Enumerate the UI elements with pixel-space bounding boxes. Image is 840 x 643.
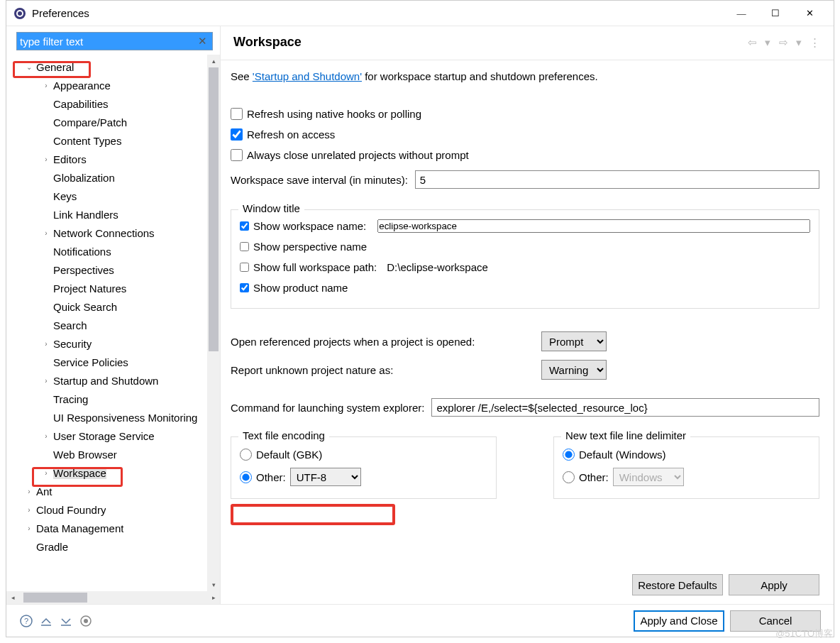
tree-item-project-natures[interactable]: Project Natures — [12, 279, 207, 297]
export-icon[interactable] — [59, 614, 73, 628]
horizontal-scrollbar[interactable]: ◂ ▸ — [6, 591, 220, 604]
tree-item-label: Compare/Patch — [53, 116, 127, 128]
delimiter-other-select[interactable]: Windows — [613, 468, 684, 486]
tree-item-appearance[interactable]: ›Appearance — [12, 76, 207, 94]
tree-item-gradle[interactable]: Gradle — [12, 537, 207, 556]
show-perspective-checkbox[interactable]: Show perspective name — [240, 236, 810, 257]
show-product-checkbox[interactable]: Show product name — [240, 277, 810, 298]
tree-item-label: Perspectives — [53, 264, 114, 276]
chevron-right-icon: › — [23, 504, 35, 515]
tree-item-startup-and-shutdown[interactable]: ›Startup and Shutdown — [12, 371, 207, 390]
back-menu-icon[interactable]: ▾ — [761, 36, 774, 49]
tree-item-compare-patch[interactable]: Compare/Patch — [12, 113, 207, 131]
minimize-button[interactable]: — — [724, 1, 758, 26]
tree-item-cloud-foundry[interactable]: ›Cloud Foundry — [12, 500, 207, 519]
encoding-other-select[interactable]: UTF-8 — [290, 468, 361, 486]
show-ws-name-checkbox[interactable]: Show workspace name: — [240, 216, 810, 236]
tree-item-quick-search[interactable]: Quick Search — [12, 297, 207, 316]
chevron-right-icon — [40, 172, 52, 183]
encoding-other-radio[interactable] — [240, 471, 252, 483]
close-button[interactable]: ✕ — [792, 1, 827, 26]
tree-item-data-management[interactable]: ›Data Management — [12, 519, 207, 537]
filter-input[interactable] — [16, 32, 213, 50]
chevron-right-icon — [40, 209, 52, 220]
back-icon[interactable]: ⇦ — [746, 36, 758, 49]
preferences-tree[interactable]: ⌄General›AppearanceCapabilitiesCompare/P… — [6, 55, 207, 591]
report-nature-row: Report unknown project nature as: Warnin… — [231, 357, 819, 383]
content-header: Workspace ⇦ ▾ ⇨ ▾ ⋮ — [221, 26, 834, 60]
chevron-right-icon: › — [40, 227, 52, 238]
tree-item-network-connections[interactable]: ›Network Connections — [12, 224, 207, 242]
refresh-hooks-checkbox[interactable]: Refresh using native hooks or polling — [231, 104, 819, 124]
chevron-right-icon — [40, 282, 52, 294]
save-interval-input[interactable] — [415, 170, 819, 189]
report-nature-select[interactable]: Warning — [541, 360, 607, 380]
scroll-down-icon[interactable]: ▾ — [207, 578, 220, 591]
sidebar: ✕ ⌄General›AppearanceCapabilitiesCompare… — [6, 26, 221, 604]
forward-icon[interactable]: ⇨ — [777, 36, 790, 49]
tree-item-keys[interactable]: Keys — [12, 187, 207, 205]
encoding-group: Text file encoding Default (GBK) Other: … — [231, 436, 497, 499]
import-icon[interactable] — [39, 614, 53, 628]
chevron-right-icon — [40, 264, 52, 275]
restore-defaults-button[interactable]: Restore Defaults — [632, 574, 723, 595]
scroll-left-icon[interactable]: ◂ — [6, 591, 19, 604]
scroll-right-icon[interactable]: ▸ — [207, 591, 220, 604]
tree-item-workspace[interactable]: ›Workspace — [12, 463, 207, 482]
apply-button[interactable]: Apply — [729, 574, 819, 595]
tree-item-general[interactable]: ⌄General — [12, 57, 207, 76]
delimiter-group: New text file line delimiter Default (Wi… — [553, 436, 819, 499]
scrollbar-thumb[interactable] — [209, 67, 219, 351]
tree-item-security[interactable]: ›Security — [12, 334, 207, 353]
tree-item-label: Cloud Foundry — [36, 504, 106, 516]
open-referenced-row: Open referenced projects when a project … — [231, 329, 819, 354]
close-unrelated-checkbox[interactable]: Always close unrelated projects without … — [231, 145, 819, 165]
scroll-up-icon[interactable]: ▴ — [207, 55, 220, 67]
tree-item-content-types[interactable]: Content Types — [12, 131, 207, 150]
tree-item-web-browser[interactable]: Web Browser — [12, 445, 207, 463]
delimiter-default-radio[interactable] — [563, 449, 575, 461]
chevron-right-icon — [40, 356, 52, 368]
tree-item-tracing[interactable]: Tracing — [12, 390, 207, 408]
startup-shutdown-link[interactable]: 'Startup and Shutdown' — [253, 70, 362, 82]
tree-item-label: Search — [53, 319, 87, 331]
maximize-button[interactable]: ☐ — [758, 1, 792, 26]
hscrollbar-thumb[interactable] — [23, 593, 87, 603]
tree-item-service-policies[interactable]: Service Policies — [12, 353, 207, 371]
chevron-right-icon: › — [23, 485, 35, 497]
chevron-right-icon — [40, 116, 52, 128]
help-icon[interactable]: ? — [19, 614, 33, 628]
tree-item-capabilities[interactable]: Capabilities — [12, 94, 207, 113]
chevron-right-icon — [23, 541, 35, 552]
tree-item-label: Globalization — [53, 172, 115, 184]
vertical-scrollbar[interactable]: ▴ ▾ — [207, 55, 220, 591]
tree-item-perspectives[interactable]: Perspectives — [12, 260, 207, 279]
tree-item-ui-responsiveness-monitoring[interactable]: UI Responsiveness Monitoring — [12, 408, 207, 427]
open-referenced-select[interactable]: Prompt — [541, 331, 607, 351]
tree-item-label: Appearance — [53, 79, 111, 92]
forward-menu-icon[interactable]: ▾ — [792, 36, 805, 49]
view-menu-icon[interactable]: ⋮ — [808, 36, 821, 49]
titlebar: Preferences — ☐ ✕ — [6, 1, 834, 26]
delimiter-other-radio[interactable] — [563, 471, 575, 483]
apply-and-close-button[interactable]: Apply and Close — [634, 610, 724, 632]
tree-item-ant[interactable]: ›Ant — [12, 482, 207, 500]
oomph-icon[interactable] — [79, 614, 93, 628]
explorer-input[interactable] — [431, 398, 819, 417]
chevron-right-icon — [40, 190, 52, 202]
tree-item-link-handlers[interactable]: Link Handlers — [12, 205, 207, 224]
tree-item-search[interactable]: Search — [12, 316, 207, 334]
tree-item-user-storage-service[interactable]: ›User Storage Service — [12, 427, 207, 445]
chevron-right-icon: › — [40, 79, 52, 91]
refresh-access-checkbox[interactable]: Refresh on access — [231, 124, 819, 145]
cancel-button[interactable]: Cancel — [730, 610, 821, 632]
encoding-default-radio[interactable] — [240, 449, 252, 461]
ws-name-input[interactable] — [377, 219, 810, 233]
chevron-right-icon: › — [40, 375, 52, 386]
clear-filter-icon[interactable]: ✕ — [196, 35, 209, 48]
tree-item-notifications[interactable]: Notifications — [12, 242, 207, 260]
tree-item-label: Gradle — [36, 541, 68, 553]
tree-item-globalization[interactable]: Globalization — [12, 168, 207, 187]
tree-item-editors[interactable]: ›Editors — [12, 150, 207, 168]
show-full-path-checkbox[interactable]: Show full workspace path: D:\eclipse-wor… — [240, 257, 810, 277]
